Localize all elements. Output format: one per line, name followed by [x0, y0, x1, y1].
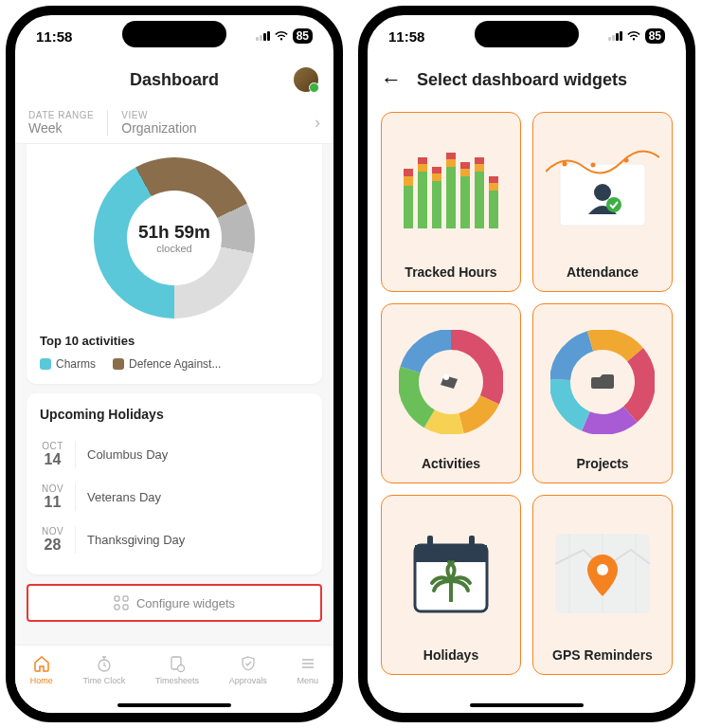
- chevron-right-icon: ›: [315, 113, 320, 133]
- widget-gps-reminders[interactable]: GPS Reminders: [532, 495, 673, 675]
- svg-point-30: [591, 163, 596, 168]
- widgets-grid: Tracked Hours Attendance Activities Proj…: [368, 102, 686, 684]
- svg-rect-18: [446, 153, 456, 159]
- svg-point-33: [606, 197, 621, 212]
- holidays-title: Upcoming Holidays: [40, 407, 309, 422]
- widget-activities[interactable]: Activities: [381, 303, 521, 483]
- attendance-icon: [545, 124, 660, 257]
- svg-rect-27: [489, 176, 498, 183]
- widget-attendance[interactable]: Attendance: [532, 112, 673, 292]
- svg-rect-13: [432, 181, 441, 228]
- holidays-card: Upcoming Holidays OCT14 Columbus Day NOV…: [27, 393, 322, 574]
- svg-point-31: [624, 158, 629, 163]
- svg-rect-3: [123, 605, 128, 610]
- filter-view[interactable]: VIEW Organization: [121, 110, 301, 136]
- notch: [475, 21, 579, 47]
- battery-icon: 85: [293, 28, 313, 44]
- home-indicator[interactable]: [117, 703, 231, 707]
- svg-rect-1: [123, 596, 128, 601]
- holiday-row[interactable]: NOV11 Veterans Day: [40, 476, 309, 519]
- home-icon: [32, 654, 51, 673]
- filters-row[interactable]: DATE RANGE Week VIEW Organization ›: [15, 102, 333, 144]
- signal-icon: [256, 31, 270, 41]
- shield-check-icon: [239, 654, 258, 673]
- swatch-icon: [113, 358, 124, 370]
- widget-tracked-hours[interactable]: Tracked Hours: [381, 112, 521, 292]
- timesheet-icon: [168, 654, 187, 673]
- tab-approvals[interactable]: Approvals: [229, 653, 267, 685]
- widgets-icon: [114, 595, 129, 610]
- svg-rect-19: [460, 176, 470, 228]
- clocked-donut-chart: 51h 59m clocked: [94, 157, 255, 318]
- tab-timesheets[interactable]: Timesheets: [155, 653, 199, 685]
- signal-icon: [608, 31, 622, 41]
- svg-rect-26: [489, 183, 498, 191]
- projects-donut-icon: [545, 316, 660, 448]
- header: Dashboard: [15, 57, 333, 102]
- legend: Charms Defence Against...: [40, 357, 309, 371]
- clocked-sub: clocked: [156, 243, 191, 254]
- svg-point-39: [443, 374, 449, 380]
- activities-title: Top 10 activities: [40, 334, 309, 348]
- status-time: 11:58: [388, 28, 424, 45]
- svg-point-6: [178, 665, 185, 672]
- svg-rect-10: [418, 172, 427, 228]
- stopwatch-icon: [95, 654, 114, 673]
- back-button[interactable]: ←: [381, 67, 402, 92]
- svg-rect-7: [404, 186, 413, 228]
- svg-rect-8: [404, 176, 413, 186]
- svg-rect-9: [404, 169, 413, 176]
- battery-icon: 85: [645, 28, 665, 44]
- page-title: Select dashboard widgets: [417, 70, 627, 90]
- clocked-value: 51h 59m: [138, 222, 210, 243]
- svg-rect-12: [418, 157, 427, 164]
- svg-rect-47: [427, 536, 433, 551]
- avatar[interactable]: [292, 65, 320, 94]
- bars-icon: [393, 124, 509, 257]
- map-pin-icon: [545, 507, 660, 640]
- legend-item-charms[interactable]: Charms: [40, 357, 96, 371]
- widget-holidays[interactable]: Holidays: [381, 495, 521, 675]
- svg-rect-2: [115, 605, 119, 610]
- configure-widgets-button[interactable]: Configure widgets: [27, 584, 322, 622]
- activities-card: 51h 59m clocked Top 10 activities Charms…: [27, 144, 322, 384]
- svg-rect-17: [446, 159, 456, 167]
- wifi-icon: [626, 30, 641, 42]
- holiday-row[interactable]: NOV28 Thanksgiving Day: [40, 519, 309, 561]
- svg-rect-14: [432, 173, 441, 181]
- widget-projects[interactable]: Projects: [532, 303, 673, 483]
- svg-rect-25: [489, 191, 498, 228]
- tab-menu[interactable]: Menu: [297, 653, 319, 685]
- svg-rect-46: [415, 545, 487, 562]
- svg-point-50: [597, 564, 608, 575]
- svg-rect-0: [115, 596, 119, 601]
- svg-rect-16: [446, 167, 456, 228]
- svg-rect-23: [475, 164, 484, 172]
- swatch-icon: [40, 358, 51, 370]
- header: ← Select dashboard widgets: [368, 57, 686, 102]
- svg-rect-11: [418, 164, 427, 172]
- svg-point-32: [594, 184, 611, 201]
- svg-point-29: [563, 162, 567, 167]
- svg-rect-24: [475, 157, 484, 164]
- activities-donut-icon: [393, 316, 509, 448]
- calendar-palm-icon: [393, 507, 509, 640]
- phone-widgets: 11:58 85 ← Select dashboard widgets Trac…: [358, 6, 695, 722]
- holiday-row[interactable]: OCT14 Columbus Day: [40, 433, 309, 476]
- svg-rect-15: [432, 167, 441, 173]
- notch: [122, 21, 226, 47]
- svg-rect-22: [475, 172, 484, 228]
- legend-item-defence[interactable]: Defence Against...: [113, 357, 221, 371]
- status-time: 11:58: [36, 28, 72, 45]
- tab-time-clock[interactable]: Time Clock: [83, 653, 126, 685]
- wifi-icon: [274, 30, 289, 42]
- home-indicator[interactable]: [470, 703, 584, 707]
- tab-home[interactable]: Home: [30, 653, 53, 685]
- svg-rect-20: [460, 169, 470, 176]
- menu-icon: [298, 654, 317, 673]
- filter-date-range[interactable]: DATE RANGE Week: [28, 110, 108, 136]
- page-title: Dashboard: [130, 70, 219, 90]
- phone-dashboard: 11:58 85 Dashboard DATE RANGE Week VIEW …: [6, 6, 343, 722]
- svg-rect-21: [460, 162, 470, 169]
- svg-rect-48: [469, 536, 475, 551]
